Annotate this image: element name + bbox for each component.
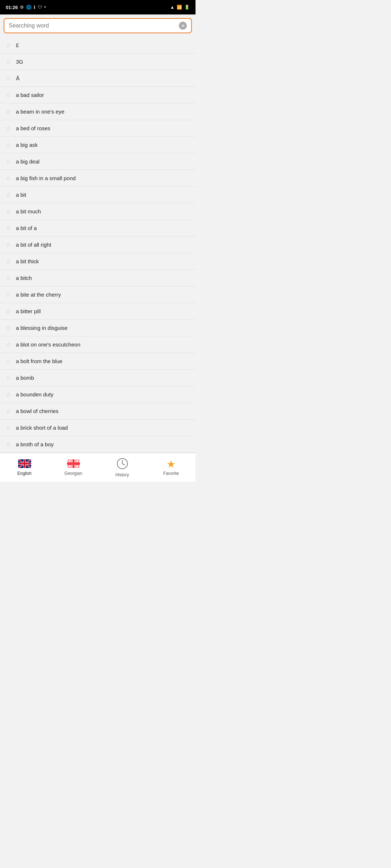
- favorite-star-icon[interactable]: ☆: [4, 307, 12, 315]
- list-item[interactable]: ☆ a bit much: [0, 203, 196, 220]
- favorite-star-icon[interactable]: ☆: [4, 424, 12, 432]
- word-text: a broth of a boy: [16, 441, 54, 447]
- english-flag-icon: [18, 459, 31, 469]
- list-item[interactable]: ☆ a bit: [0, 187, 196, 203]
- list-item[interactable]: ☆ a bit of a: [0, 220, 196, 237]
- favorite-star-icon[interactable]: ☆: [4, 391, 12, 399]
- list-item[interactable]: ☆ a bite at the cherry: [0, 286, 196, 303]
- settings-icon: ⚙: [20, 5, 24, 10]
- nav-tab-favorite[interactable]: ★ Favorite: [147, 453, 196, 482]
- search-bar: ✕: [4, 18, 192, 33]
- word-text: a bitter pill: [16, 308, 41, 314]
- nav-tab-history[interactable]: History: [98, 453, 147, 482]
- word-list: ☆ £ ☆ 3G ☆ Å ☆ a bad sailor ☆ a beam in …: [0, 37, 196, 453]
- list-item[interactable]: ☆ a blessing in disguise: [0, 320, 196, 336]
- list-item[interactable]: ☆ a bitch: [0, 270, 196, 286]
- list-item[interactable]: ☆ a big ask: [0, 137, 196, 153]
- list-item[interactable]: ☆ a broth of a boy: [0, 436, 196, 453]
- favorite-star-icon[interactable]: ☆: [4, 357, 12, 365]
- word-text: a blessing in disguise: [16, 325, 68, 331]
- word-text: a bit of a: [16, 225, 37, 231]
- list-item[interactable]: ☆ a bed of roses: [0, 120, 196, 137]
- favorite-star-icon[interactable]: ☆: [4, 58, 12, 66]
- favorite-star-icon[interactable]: ☆: [4, 191, 12, 199]
- word-text: a bad sailor: [16, 92, 44, 98]
- status-bar-right: ▲ 📶 🔋: [170, 5, 190, 10]
- svg-rect-8: [18, 463, 31, 464]
- status-bar: 01:26 ⚙ 🌐 ℹ 🛡 • ▲ 📶 🔋: [0, 0, 196, 14]
- favorite-star-icon[interactable]: ☆: [4, 274, 12, 282]
- word-text: a big fish in a small pond: [16, 175, 76, 181]
- georgian-flag-icon: [67, 459, 80, 469]
- list-item[interactable]: ☆ a bowl of cherries: [0, 403, 196, 420]
- list-item[interactable]: ☆ a blot on one's escutcheon: [0, 336, 196, 353]
- word-text: a bit thick: [16, 258, 39, 264]
- favorite-star-icon[interactable]: ☆: [4, 124, 12, 132]
- favorite-star-icon[interactable]: ☆: [4, 158, 12, 166]
- word-text: a blot on one's escutcheon: [16, 341, 80, 348]
- favorite-star-icon[interactable]: ☆: [4, 324, 12, 332]
- favorite-star-icon[interactable]: ☆: [4, 141, 12, 149]
- history-flag-icon: [117, 458, 128, 471]
- favorite-flag-icon: ★: [167, 459, 176, 469]
- nav-tab-english[interactable]: English: [0, 453, 49, 482]
- word-text: a bowl of cherries: [16, 408, 59, 414]
- shield-icon: 🛡: [38, 5, 42, 10]
- list-item[interactable]: ☆ a bitter pill: [0, 303, 196, 320]
- nav-tab-georgian[interactable]: Georgian: [49, 453, 98, 482]
- battery-icon: 🔋: [184, 5, 190, 10]
- nav-tab-label-georgian: Georgian: [64, 471, 82, 476]
- word-text: a brick short of a load: [16, 425, 68, 431]
- favorite-star-icon[interactable]: ☆: [4, 291, 12, 299]
- list-item[interactable]: ☆ a big fish in a small pond: [0, 170, 196, 187]
- search-clear-button[interactable]: ✕: [179, 22, 187, 30]
- favorite-star-icon[interactable]: ☆: [4, 75, 12, 82]
- favorite-star-icon[interactable]: ☆: [4, 341, 12, 349]
- favorite-star-icon[interactable]: ☆: [4, 174, 12, 182]
- favorite-star-icon[interactable]: ☆: [4, 108, 12, 116]
- word-text: a bitch: [16, 275, 32, 281]
- word-text: Å: [16, 75, 20, 81]
- favorite-star-icon[interactable]: ☆: [4, 407, 12, 415]
- favorite-star-icon[interactable]: ☆: [4, 224, 12, 232]
- favorite-star-icon[interactable]: ☆: [4, 91, 12, 99]
- list-item[interactable]: ☆ a bounden duty: [0, 386, 196, 403]
- word-text: a bomb: [16, 375, 34, 381]
- nav-tab-label-history: History: [115, 472, 129, 477]
- signal-icon: 📶: [177, 5, 182, 10]
- info-icon: ℹ: [34, 5, 35, 10]
- favorite-star-icon[interactable]: ☆: [4, 241, 12, 249]
- list-item[interactable]: ☆ a bit of all right: [0, 237, 196, 253]
- search-input[interactable]: [9, 22, 176, 29]
- list-item[interactable]: ☆ a brick short of a load: [0, 420, 196, 436]
- favorite-star-icon[interactable]: ☆: [4, 208, 12, 216]
- dot-icon: •: [44, 5, 46, 10]
- favorite-star-icon[interactable]: ☆: [4, 258, 12, 265]
- nav-tab-label-favorite: Favorite: [163, 471, 179, 476]
- word-text: a bolt from the blue: [16, 358, 62, 364]
- search-bar-container: ✕: [0, 14, 196, 37]
- word-text: a big ask: [16, 142, 38, 148]
- word-text: a big deal: [16, 158, 39, 165]
- list-item[interactable]: ☆ a bit thick: [0, 253, 196, 270]
- wifi-icon: ▲: [170, 5, 175, 10]
- list-item[interactable]: ☆ £: [0, 37, 196, 54]
- list-item[interactable]: ☆ a beam in one's eye: [0, 103, 196, 120]
- favorite-star-icon[interactable]: ☆: [4, 441, 12, 448]
- word-text: a bit much: [16, 208, 41, 214]
- list-item[interactable]: ☆ a bolt from the blue: [0, 353, 196, 370]
- status-time: 01:26: [6, 5, 18, 10]
- globe-icon: 🌐: [26, 5, 31, 10]
- list-item[interactable]: ☆ Å: [0, 70, 196, 87]
- list-item[interactable]: ☆ 3G: [0, 54, 196, 70]
- list-item[interactable]: ☆ a bad sailor: [0, 87, 196, 103]
- word-text: 3G: [16, 59, 23, 65]
- bottom-nav: English Georgian History ★ Favorite: [0, 453, 196, 482]
- list-item[interactable]: ☆ a bomb: [0, 370, 196, 386]
- favorite-star-icon[interactable]: ☆: [4, 374, 12, 382]
- list-item[interactable]: ☆ a big deal: [0, 153, 196, 170]
- word-text: a bit: [16, 192, 26, 198]
- word-text: £: [16, 42, 19, 48]
- favorite-star-icon[interactable]: ☆: [4, 41, 12, 49]
- status-bar-left: 01:26 ⚙ 🌐 ℹ 🛡 •: [6, 5, 46, 10]
